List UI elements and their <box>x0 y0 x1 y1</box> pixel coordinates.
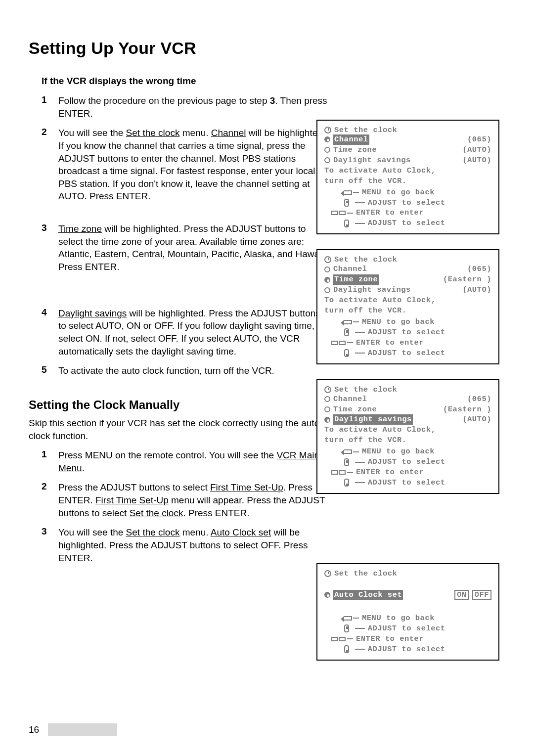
osd-row-autoclock: Auto Clock set ON OFF <box>324 590 491 600</box>
remote-up-icon <box>344 458 349 466</box>
back-icon <box>344 190 352 195</box>
back-icon <box>344 320 352 324</box>
remote-right-icon <box>339 341 346 345</box>
remote-down-icon <box>344 645 349 653</box>
step-number: 1 <box>42 94 58 120</box>
step-text: Follow the procedure on the previous pag… <box>58 94 328 120</box>
osd-row-channel: Channel (065) <box>324 394 491 404</box>
clock-icon <box>324 386 331 393</box>
clock-icon <box>324 256 331 263</box>
step-number: 3 <box>42 526 58 564</box>
osd-screen-channel: Set the clock Channel (065) Time zone (A… <box>316 120 499 234</box>
osd-row-timezone: Time zone (Eastern ) <box>324 274 491 285</box>
section-intro: Skip this section if your VCR has set th… <box>29 417 330 442</box>
step-item: 3 You will see the Set the clock menu. A… <box>42 526 328 564</box>
osd-row-channel: Channel (065) <box>324 264 491 274</box>
step-item: 3 Time zone will be highlighted. Press t… <box>42 222 328 273</box>
remote-left-icon <box>331 211 338 215</box>
section-heading-wrong-time: If the VCR displays the wrong time <box>42 76 505 87</box>
page-number: 16 <box>29 724 39 735</box>
remote-right-icon <box>339 211 346 215</box>
osd-title: Set the clock <box>324 126 491 134</box>
bullet-icon <box>324 592 330 598</box>
osd-note: To activate Auto Clock, <box>324 166 491 176</box>
step-number: 3 <box>42 222 58 273</box>
osd-column: Set the clock Channel (065) Time zone (A… <box>316 120 499 675</box>
remote-left-icon <box>331 470 338 475</box>
bullet-icon <box>324 396 330 402</box>
steps-list-a3: 4 Daylight savings will be highlighted. … <box>42 307 328 377</box>
remote-up-icon <box>344 328 349 336</box>
step-item: 1 Follow the procedure on the previous p… <box>42 94 328 120</box>
step-text: You will see the Set the clock menu. Aut… <box>58 526 328 564</box>
osd-row-daylight: Daylight savings (AUTO) <box>324 285 491 295</box>
remote-down-icon <box>344 220 349 227</box>
steps-list-b: 1 Press MENU on the remote control. You … <box>42 449 328 564</box>
step-item: 2 You will see the Set the clock menu. C… <box>42 127 328 203</box>
bullet-icon <box>324 157 330 163</box>
step-text: To activate the auto clock function, tur… <box>58 364 328 377</box>
step-number: 4 <box>42 307 58 358</box>
steps-list-a: 1 Follow the procedure on the previous p… <box>42 94 328 203</box>
remote-left-icon <box>331 637 338 641</box>
remote-right-icon <box>339 637 346 641</box>
osd-row-channel: Channel (065) <box>324 134 491 145</box>
osd-screen-autoclock: Set the clock Auto Clock set ON OFF MENU… <box>316 563 499 661</box>
step-item: 4 Daylight savings will be highlighted. … <box>42 307 328 358</box>
step-text: You will see the Set the clock menu. Cha… <box>58 127 328 203</box>
step-item: 5 To activate the auto clock function, t… <box>42 364 328 377</box>
osd-screen-timezone: Set the clock Channel (065) Time zone (E… <box>316 249 499 364</box>
osd-row-timezone: Time zone (Eastern ) <box>324 404 491 415</box>
step-item: 1 Press MENU on the remote control. You … <box>42 449 328 474</box>
remote-up-icon <box>344 199 349 207</box>
bullet-icon <box>324 147 330 153</box>
bullet-icon <box>324 406 330 412</box>
osd-hints: MENU to go back ADJUST to select ENTER t… <box>324 187 491 229</box>
back-icon <box>344 449 352 454</box>
steps-list-a2: 3 Time zone will be highlighted. Press t… <box>42 222 328 273</box>
osd-row-daylight: Daylight savings (AUTO) <box>324 414 491 425</box>
bullet-icon <box>324 136 330 142</box>
footer-bar <box>48 723 117 736</box>
remote-left-icon <box>331 341 338 345</box>
page-footer: 16 <box>29 723 117 736</box>
step-number: 2 <box>42 481 58 519</box>
step-text: Daylight savings will be highlighted. Pr… <box>58 307 328 358</box>
step-text: Time zone will be highlighted. Press the… <box>58 222 328 273</box>
step-number: 2 <box>42 127 58 203</box>
step-number: 5 <box>42 364 58 377</box>
step-number: 1 <box>42 449 58 474</box>
clock-icon <box>324 127 331 133</box>
step-item: 2 Press the ADJUST buttons to select Fir… <box>42 481 328 519</box>
step-text: Press MENU on the remote control. You wi… <box>58 449 328 474</box>
back-icon <box>344 616 352 621</box>
remote-down-icon <box>344 349 349 357</box>
on-off-toggle: ON OFF <box>454 590 491 600</box>
on-option: ON <box>454 590 469 600</box>
clock-icon <box>324 570 331 577</box>
osd-row-daylight: Daylight savings (AUTO) <box>324 155 491 166</box>
bullet-icon <box>324 277 330 283</box>
bullet-icon <box>324 287 330 293</box>
remote-right-icon <box>339 470 346 475</box>
manual-page: Setting Up Your VCR If the VCR displays … <box>0 0 534 756</box>
bullet-icon <box>324 417 330 423</box>
remote-down-icon <box>344 479 349 487</box>
step-text: Press the ADJUST buttons to select First… <box>58 481 328 519</box>
off-option: OFF <box>472 590 491 600</box>
bullet-icon <box>324 267 330 272</box>
page-title: Setting Up Your VCR <box>29 39 505 58</box>
osd-screen-daylight: Set the clock Channel (065) Time zone (E… <box>316 379 499 494</box>
osd-note: turn off the VCR. <box>324 176 491 186</box>
osd-row-timezone: Time zone (AUTO) <box>324 145 491 155</box>
remote-up-icon <box>344 624 349 632</box>
